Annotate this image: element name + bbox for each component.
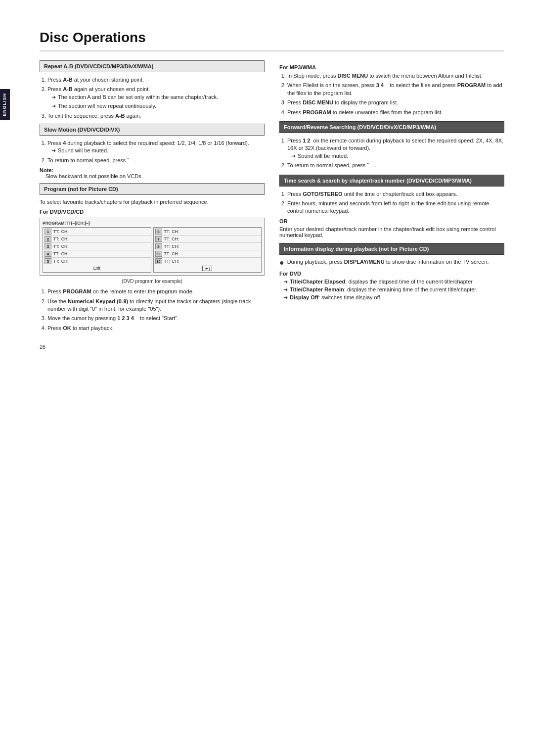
page-number: 26	[40, 344, 45, 350]
arrow-text: Title/Chapter Remain: displays the remai…	[290, 286, 477, 292]
key-ab: A-B	[63, 77, 73, 83]
arrow-item: ➜ Display Off: switches time display off…	[283, 294, 504, 301]
list-item: When Filelist is on the screen, press 3 …	[287, 82, 504, 97]
list-item: Press DISC MENU to display the program l…	[287, 99, 504, 106]
table-row: 4 TT: CH:	[43, 250, 151, 257]
prog-tt: TT:	[164, 229, 170, 234]
key-display-menu: DISPLAY/MENU	[344, 259, 385, 265]
prog-ch: CH:	[61, 236, 69, 241]
key-1234: 1 2 3 4	[117, 315, 134, 321]
forward-reverse-title: Forward/Reverse Searching (DVD/VCD/DivX/…	[284, 124, 436, 130]
prog-tt: TT:	[164, 259, 170, 264]
arrow-icon: ➜	[283, 279, 288, 285]
dvd-program-steps: Press PROGRAM on the remote to enter the…	[47, 288, 265, 332]
prog-tt: TT:	[53, 244, 59, 249]
list-item: To return to normal speed, press ˜ .	[47, 157, 265, 164]
ok-button: ►|	[202, 266, 212, 271]
list-item: Use the Numerical Keypad (0-9) to direct…	[47, 298, 265, 313]
time-search-section-header: Time search & search by chapter/track nu…	[279, 175, 504, 187]
dvd-info-label: For DVD	[279, 271, 504, 277]
arrow-text: The section A and B can be set only with…	[58, 94, 218, 101]
bullet-item: ● During playback, press DISPLAY/MENU to…	[279, 259, 504, 267]
program-table-box: PROGRAM:TT(–)/CH:(–) 1 TT: CH: 2 TT: CH:	[40, 218, 265, 276]
exit-label: Exit	[93, 266, 100, 271]
prog-num: 3	[44, 243, 51, 249]
ok-row: ►|	[154, 265, 262, 272]
key-34: 3 4	[376, 82, 384, 88]
prog-num: 4	[44, 251, 51, 257]
page-title: Disc Operations	[40, 30, 504, 51]
arrow-item: ➜ Title/Chapter Remain: displays the rem…	[283, 286, 504, 293]
list-item: To exit the sequence, press A-B again.	[47, 112, 265, 120]
dvd-vcd-cd-label: For DVD/VCD/CD	[40, 209, 265, 215]
key-disc-menu2: DISC MENU	[303, 99, 333, 105]
arrow-item: ➜ Sound will be muted.	[291, 152, 504, 160]
list-item: Press A-B at your chosen starting point.	[47, 76, 265, 84]
forward-reverse-steps: Press 1 2 on the remote control during p…	[287, 137, 504, 170]
time-search-steps: Press GOTO/STEREO until the time or chap…	[287, 190, 504, 215]
prog-table-left: 1 TT: CH: 2 TT: CH: 3 TT: CH:	[43, 227, 151, 273]
arrow-text: Title/Chapter Elapsed: displays the elap…	[290, 279, 474, 284]
arrow-icon: ➜	[283, 294, 288, 301]
mp3-wma-steps: In Stop mode, press DISC MENU to switch …	[287, 72, 504, 116]
key-ab3: A-B	[115, 113, 125, 119]
list-item: Press OK to start playback.	[47, 325, 265, 332]
info-display-section-header: Information display during playback (not…	[279, 243, 504, 255]
prog-num: 10	[155, 258, 162, 264]
program-table: 1 TT: CH: 2 TT: CH: 3 TT: CH:	[43, 227, 262, 273]
prog-num: 9	[155, 251, 162, 257]
prog-ch: CH:	[172, 236, 179, 241]
or-text: Enter your desired chapter/track number …	[279, 226, 504, 238]
list-item: Press 4 during playback to select the re…	[47, 140, 265, 155]
table-row: 8 TT: CH:	[154, 242, 262, 250]
prog-ch: CH:	[172, 244, 179, 249]
key-program: PROGRAM	[63, 288, 91, 294]
note-label: Note:	[40, 167, 53, 173]
arrow-icon: ➜	[51, 102, 56, 110]
list-item: Move the cursor by pressing 1 2 3 4 to s…	[47, 315, 265, 322]
arrow-item: ➜ The section A and B can be set only wi…	[51, 94, 265, 101]
program-table-header: PROGRAM:TT(–)/CH:(–)	[43, 221, 262, 226]
exit-row: Exit	[43, 265, 151, 272]
language-tab: English	[0, 89, 10, 120]
title-remain-label: Title/Chapter Remain	[290, 286, 344, 292]
table-row: 3 TT: CH:	[43, 242, 151, 250]
arrow-icon: ➜	[283, 286, 288, 293]
key-ok: OK	[63, 325, 71, 331]
list-item: Press 1 2 on the remote control during p…	[287, 137, 504, 160]
prog-ch: CH:	[172, 229, 179, 234]
list-item: Press PROGRAM on the remote to enter the…	[47, 288, 265, 295]
page-container: English Disc Operations Repeat A-B (DVD/…	[0, 0, 534, 365]
info-display-title: Information display during playback (not…	[284, 246, 429, 252]
prog-tt: TT:	[53, 251, 59, 256]
table-row: 7 TT: CH:	[154, 235, 262, 242]
program-title: Program (not for Picture CD)	[44, 186, 118, 192]
key-goto-stereo: GOTO/STEREO	[303, 191, 342, 197]
key-disc-menu: DISC MENU	[338, 73, 368, 79]
table-row: 6 TT: CH:	[154, 228, 262, 235]
key-4: 4	[63, 140, 66, 146]
prog-num: 5	[44, 258, 51, 264]
bullet-text: During playback, press DISPLAY/MENU to s…	[287, 259, 489, 265]
arrow-text: Sound will be muted.	[298, 152, 348, 160]
prog-tt: TT:	[164, 244, 170, 249]
key-program3: PROGRAM	[303, 109, 331, 115]
list-item: Press GOTO/STEREO until the time or chap…	[287, 190, 504, 198]
arrow-text: The section will now repeat continuously…	[58, 102, 156, 110]
prog-tt: TT:	[164, 236, 170, 241]
repeat-ab-steps: Press A-B at your chosen starting point.…	[47, 76, 265, 120]
right-column: For MP3/WMA In Stop mode, press DISC MEN…	[279, 60, 504, 335]
prog-num: 1	[44, 229, 51, 235]
note-block: Note: Slow backward is not possible on V…	[40, 167, 265, 179]
table-row: 9 TT: CH:	[154, 250, 262, 257]
prog-ch: CH:	[172, 251, 179, 256]
left-column: Repeat A-B (DVD/VCD/CD/MP3/DivX/WMA) Pre…	[40, 60, 265, 335]
or-section: OR Enter your desired chapter/track numb…	[279, 218, 504, 238]
arrow-item: ➜ Sound will be muted.	[51, 147, 265, 154]
key-program2: PROGRAM	[457, 82, 486, 88]
key-ab2: A-B	[63, 86, 73, 92]
bullet-icon: ●	[279, 259, 284, 267]
slow-motion-title: Slow Motion (DVD/VCD/DiVX)	[44, 127, 120, 133]
arrow-text: Display Off: switches time display off.	[290, 294, 382, 300]
program-section-header: Program (not for Picture CD)	[40, 183, 265, 195]
